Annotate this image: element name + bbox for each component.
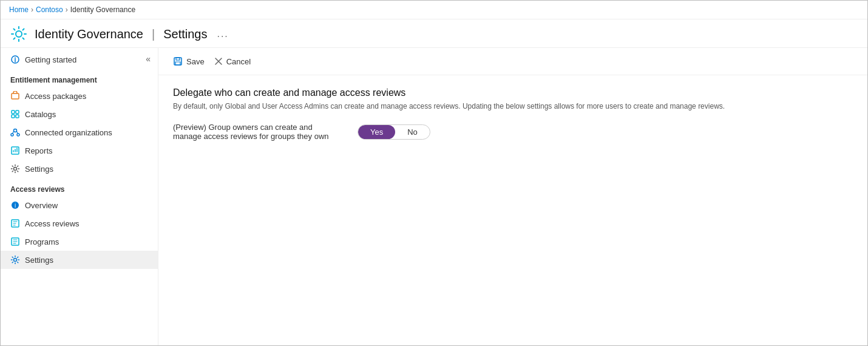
sidebar-item-label: Overview: [25, 201, 58, 210]
save-button[interactable]: Save: [173, 54, 205, 69]
sidebar-item-programs[interactable]: Programs: [1, 232, 158, 251]
breadcrumb-current: Identity Governance: [70, 5, 135, 14]
sidebar-item-access-packages[interactable]: Access packages: [1, 87, 158, 105]
body-layout: « Getting started Entitlement management: [1, 48, 867, 345]
sidebar-access-reviews-header: Access reviews: [1, 178, 158, 196]
svg-rect-2: [12, 93, 19, 99]
svg-rect-18: [176, 58, 180, 60]
sidebar-item-entitlement-settings[interactable]: Settings: [1, 160, 158, 178]
sidebar-item-getting-started[interactable]: Getting started: [1, 50, 158, 69]
catalogs-icon: [10, 109, 20, 119]
svg-text:i: i: [15, 202, 16, 209]
getting-started-icon: [10, 55, 20, 64]
svg-point-7: [14, 129, 17, 132]
sidebar-item-reports[interactable]: Reports: [1, 141, 158, 160]
entitlement-settings-icon: [10, 164, 20, 174]
breadcrumb-home[interactable]: Home: [9, 5, 29, 14]
header-ellipsis-button[interactable]: ...: [217, 29, 228, 39]
sidebar-entitlement-header: Entitlement management: [1, 69, 158, 87]
governance-icon: [10, 25, 27, 42]
svg-point-11: [14, 168, 17, 171]
reports-icon: [10, 146, 20, 155]
sidebar-item-label: Settings: [25, 256, 53, 265]
svg-rect-5: [12, 115, 15, 118]
toolbar: Save Cancel: [158, 48, 867, 75]
svg-rect-6: [16, 115, 19, 118]
sidebar-item-label: Reports: [25, 146, 53, 155]
access-reviews-icon: [10, 219, 20, 228]
settings-section-desc: By default, only Global and User Access …: [173, 102, 841, 110]
toggle-yes-button[interactable]: Yes: [358, 125, 395, 139]
svg-point-0: [16, 31, 22, 37]
sidebar-item-ar-settings[interactable]: Settings: [1, 251, 158, 269]
svg-point-8: [11, 134, 13, 136]
svg-point-16: [14, 259, 17, 262]
sidebar-item-label: Settings: [25, 165, 53, 174]
page-header: Identity Governance | Settings ...: [1, 19, 867, 48]
sidebar-item-label: Access reviews: [25, 219, 80, 228]
ar-settings-icon: [10, 255, 20, 265]
save-label: Save: [186, 57, 205, 66]
sidebar-item-access-reviews[interactable]: Access reviews: [1, 214, 158, 232]
cancel-icon: [214, 57, 223, 66]
page-title: Identity Governance: [35, 27, 143, 41]
svg-point-9: [17, 134, 19, 136]
app-frame: Home › Contoso › Identity Governance Ide…: [0, 0, 868, 346]
breadcrumb-contoso[interactable]: Contoso: [36, 5, 63, 14]
page-subtitle: Settings: [163, 27, 207, 41]
sidebar-item-label: Catalogs: [25, 110, 56, 119]
setting-label: (Preview) Group owners can create and ma…: [173, 123, 343, 141]
sidebar-item-connected-orgs[interactable]: Connected organizations: [1, 123, 158, 141]
sidebar-item-overview[interactable]: i Overview: [1, 196, 158, 214]
breadcrumb: Home › Contoso › Identity Governance: [1, 1, 867, 19]
settings-content: Delegate who can create and manage acces…: [158, 75, 867, 160]
svg-rect-3: [12, 110, 15, 114]
header-icon: [9, 24, 29, 44]
sidebar-item-label: Access packages: [25, 92, 86, 101]
cancel-label: Cancel: [226, 57, 251, 66]
cancel-button[interactable]: Cancel: [214, 55, 251, 69]
sidebar-collapse-button[interactable]: «: [143, 53, 153, 65]
connected-orgs-icon: [10, 127, 20, 137]
svg-rect-4: [16, 110, 19, 114]
sidebar: « Getting started Entitlement management: [1, 48, 158, 345]
overview-icon: i: [10, 200, 20, 210]
programs-icon: [10, 237, 20, 246]
main-content: Save Cancel Delegate who can create and …: [158, 48, 867, 345]
access-packages-icon: [10, 91, 20, 101]
sidebar-item-label: Connected organizations: [25, 128, 112, 137]
yes-no-toggle[interactable]: Yes No: [358, 124, 430, 140]
setting-row: (Preview) Group owners can create and ma…: [173, 123, 853, 141]
sidebar-item-catalogs[interactable]: Catalogs: [1, 105, 158, 123]
toggle-no-button[interactable]: No: [395, 125, 430, 139]
sidebar-item-label: Getting started: [25, 55, 76, 64]
save-icon: [173, 56, 183, 66]
settings-section-title: Delegate who can create and manage acces…: [173, 87, 853, 98]
sidebar-item-label: Programs: [25, 237, 59, 246]
